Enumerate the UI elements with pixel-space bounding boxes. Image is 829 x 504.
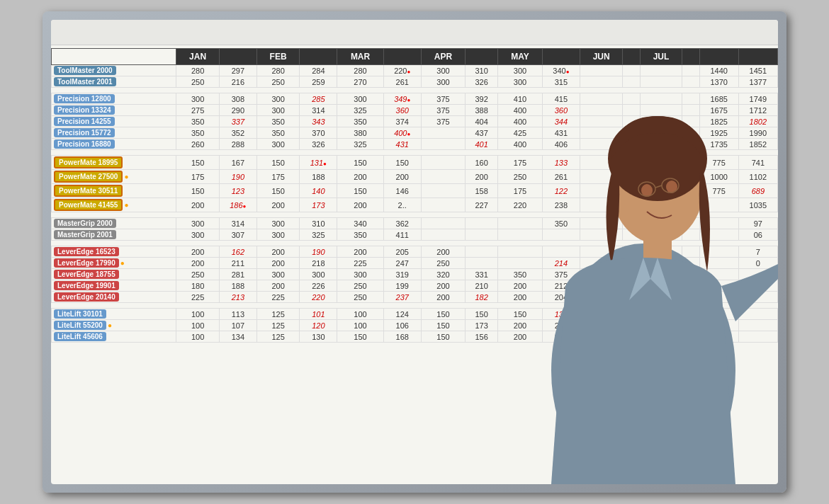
data-cell: 250 xyxy=(337,280,383,292)
header-jun2 xyxy=(623,49,641,65)
data-cell: 2.. xyxy=(383,198,421,212)
data-cell: 411 xyxy=(383,229,421,241)
data-cell: 300 xyxy=(337,93,383,105)
data-cell: 140 xyxy=(300,184,337,198)
product-label: LiteLift 55200 xyxy=(54,321,106,330)
data-cell: 350 xyxy=(256,116,299,127)
data-cell: 280 xyxy=(337,65,383,76)
data-cell: 210 xyxy=(466,280,498,292)
data-cell: 175 xyxy=(256,170,299,184)
data-cell: 200 xyxy=(383,170,421,184)
data-cell: 375 xyxy=(421,93,465,105)
header-row: JAN FEB MAR APR MAY JUN JU xyxy=(52,49,778,65)
data-cell: 200 xyxy=(421,292,465,303)
person-overlay xyxy=(509,74,778,484)
data-cell: 225 xyxy=(256,292,299,303)
data-cell: 275 xyxy=(176,105,219,116)
data-cell: 188 xyxy=(300,170,337,184)
data-cell: 326 xyxy=(300,139,337,150)
data-cell: 186● xyxy=(219,198,256,212)
product-label: PowerMate 30511 xyxy=(54,185,123,197)
data-cell: 107 xyxy=(219,320,256,331)
data-cell: 205 xyxy=(383,246,421,258)
data-cell: 150 xyxy=(337,331,383,343)
svg-rect-3 xyxy=(643,233,672,261)
data-cell: 288 xyxy=(219,139,256,150)
data-cell: 307 xyxy=(219,229,256,241)
person-svg xyxy=(509,74,778,484)
data-cell xyxy=(421,218,465,229)
data-cell: 237 xyxy=(383,292,421,303)
data-cell: 125 xyxy=(256,309,299,320)
data-cell: 216 xyxy=(219,76,256,88)
data-cell: 300 xyxy=(176,93,219,105)
data-cell: 350 xyxy=(337,229,383,241)
data-cell: 168 xyxy=(383,331,421,343)
data-cell: 325 xyxy=(300,229,337,241)
header-jul2 xyxy=(682,49,699,65)
data-cell: 220 xyxy=(300,292,337,303)
product-label: LeverEdge 20140 xyxy=(54,292,119,302)
data-cell: 213 xyxy=(219,292,256,303)
data-cell: 300 xyxy=(256,93,299,105)
data-cell xyxy=(421,229,465,241)
header-jun1: JUN xyxy=(580,49,623,65)
data-cell: 281 xyxy=(219,269,256,280)
data-cell: 113 xyxy=(219,309,256,320)
data-cell: 200 xyxy=(421,280,465,292)
data-cell: 200 xyxy=(256,258,299,269)
data-cell: 175 xyxy=(176,170,219,184)
data-cell: 150 xyxy=(256,156,299,170)
data-cell xyxy=(421,198,465,212)
data-cell: 250 xyxy=(256,76,299,88)
header-jul1: JUL xyxy=(641,49,682,65)
product-label: ToolMaster 2000 xyxy=(54,66,116,75)
data-cell: 392 xyxy=(466,93,498,105)
data-cell: 200 xyxy=(256,198,299,212)
product-label: LiteLift 30101 xyxy=(54,309,106,319)
data-cell: 200 xyxy=(256,246,299,258)
product-label: PowerMate 18995 xyxy=(54,156,123,168)
data-cell: 200 xyxy=(176,246,219,258)
data-cell xyxy=(466,246,498,258)
data-cell: 150 xyxy=(176,156,219,170)
data-cell: 124 xyxy=(383,309,421,320)
data-cell: 350 xyxy=(176,116,219,127)
data-cell: 225 xyxy=(337,258,383,269)
data-cell: 352 xyxy=(219,127,256,139)
data-cell: 173 xyxy=(466,320,498,331)
data-cell: 314 xyxy=(300,105,337,116)
data-cell: 380 xyxy=(337,127,383,139)
header-feb1: FEB xyxy=(256,49,299,65)
data-cell: 200 xyxy=(337,246,383,258)
data-cell: 190 xyxy=(300,246,337,258)
data-cell: 261 xyxy=(383,76,421,88)
data-cell: 150 xyxy=(256,184,299,198)
product-label: LeverEdge 18755 xyxy=(54,270,119,279)
product-label: Precision 13324 xyxy=(54,105,115,115)
data-cell: 300 xyxy=(337,269,383,280)
data-cell: 375 xyxy=(421,116,465,127)
data-cell: 220● xyxy=(383,65,421,76)
data-cell: 160 xyxy=(466,156,498,170)
data-cell: 200 xyxy=(176,258,219,269)
data-cell: 125 xyxy=(256,320,299,331)
product-label: LiteLift 45606 xyxy=(54,332,106,341)
data-cell: 300 xyxy=(256,218,299,229)
data-cell: 375 xyxy=(421,105,465,116)
header-total1 xyxy=(699,49,738,65)
header-mar2 xyxy=(383,49,421,65)
data-cell: 331 xyxy=(466,269,498,280)
data-cell: 100 xyxy=(337,320,383,331)
data-cell: 297 xyxy=(219,65,256,76)
data-cell: 101 xyxy=(300,309,337,320)
data-cell: 437 xyxy=(466,127,498,139)
product-label: ToolMaster 2001 xyxy=(54,77,116,86)
data-cell: 150 xyxy=(337,184,383,198)
data-cell: 284 xyxy=(300,65,337,76)
data-cell: 360 xyxy=(383,105,421,116)
data-cell: 280 xyxy=(176,65,219,76)
data-cell: 120 xyxy=(300,320,337,331)
data-cell: 162 xyxy=(219,246,256,258)
data-cell: 290 xyxy=(219,105,256,116)
